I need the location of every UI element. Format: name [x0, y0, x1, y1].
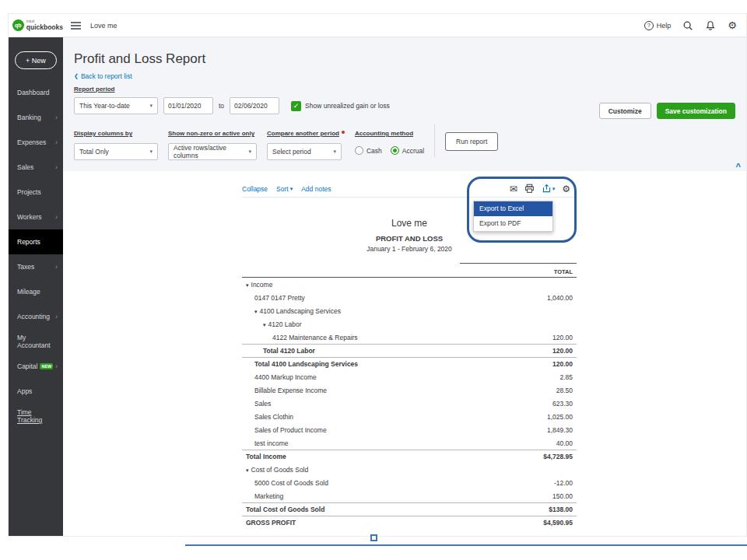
sidebar-item-accounting[interactable]: Accounting› — [9, 304, 63, 329]
topbar-actions: ? Help ⚙ — [644, 20, 746, 31]
accounting-method-group: Accounting method Cash Accrual — [355, 124, 424, 155]
hamburger-menu-icon[interactable] — [71, 22, 81, 30]
table-row[interactable]: Billable Expense Income28.50 — [242, 383, 577, 397]
export-button[interactable]: ▾ — [542, 184, 556, 194]
display-columns-value: Total Only — [79, 148, 109, 156]
display-columns-select[interactable]: Total Only ▾ — [74, 143, 158, 160]
sidebar-item-label: Dashboard — [17, 89, 50, 96]
run-report-button[interactable]: Run report — [445, 132, 498, 151]
help-button[interactable]: ? Help — [644, 21, 672, 30]
table-row[interactable]: 4400 Markup Income2.85 — [242, 370, 577, 383]
row-value: 150.00 — [552, 492, 577, 500]
row-value: 1,040.00 — [547, 294, 577, 302]
table-row[interactable]: ▾Income — [242, 278, 577, 291]
email-icon[interactable]: ✉ — [510, 184, 517, 194]
report-period-select[interactable]: This Year-to-date ▾ — [74, 97, 158, 114]
table-row[interactable]: 0147 0147 Pretty1,040.00 — [242, 291, 577, 304]
chevron-right-icon: › — [55, 263, 58, 271]
accrual-label: Accrual — [402, 147, 424, 155]
row-label: ▾4100 Landscaping Services — [242, 307, 341, 315]
sidebar-item-expenses[interactable]: Expenses› — [9, 130, 63, 155]
table-row[interactable]: 4122 Maintenance & Repairs120.00 — [242, 331, 577, 344]
sort-label: Sort — [276, 185, 289, 193]
sidebar-item-banking[interactable]: Banking› — [9, 105, 63, 130]
nonzero-select[interactable]: Active rows/active columns ▾ — [168, 143, 257, 160]
collapse-panel-icon[interactable]: ^ — [736, 162, 741, 171]
sidebar-item-my-accountant[interactable]: My Accountant — [9, 329, 63, 354]
collapse-link[interactable]: Collapse — [242, 185, 268, 193]
sidebar-item-mileage[interactable]: Mileage — [9, 279, 63, 304]
row-label: Sales of Product Income — [242, 426, 327, 434]
sidebar-item-taxes[interactable]: Taxes› — [9, 254, 63, 279]
settings-gear-icon[interactable]: ⚙ — [728, 20, 737, 30]
chevron-down-icon: ▾ — [149, 103, 153, 109]
row-value: 623.30 — [552, 400, 577, 408]
sidebar-item-sales[interactable]: Sales› — [9, 155, 63, 180]
radio-selected-icon[interactable] — [391, 146, 399, 155]
sidebar-item-capital[interactable]: CapitalNEW› — [9, 354, 63, 379]
new-button[interactable]: + New — [15, 51, 57, 69]
collapse-arrow-icon[interactable]: ▾ — [254, 309, 258, 315]
table-row[interactable]: ▾Cost of Goods Sold — [242, 463, 577, 476]
back-chevron-icon: ❮ — [74, 73, 79, 79]
date-from-input[interactable] — [163, 97, 213, 114]
customize-button[interactable]: Customize — [599, 103, 651, 119]
table-row[interactable]: GROSS PROFIT$4,590.95 — [242, 516, 577, 529]
back-to-report-list-link[interactable]: ❮ Back to report list — [74, 72, 132, 80]
table-row[interactable]: Total Cost of Goods Sold$138.00 — [242, 502, 577, 516]
table-row[interactable]: Sales Clothin1,025.00 — [242, 410, 577, 423]
report-period-label: Report period — [74, 86, 735, 93]
quickbooks-app-window: qb intuit quickbooks Love me ? Help ⚙ + … — [8, 13, 747, 537]
row-label: 4122 Maintenance & Repairs — [242, 334, 358, 341]
table-row[interactable]: Total Income$4,728.95 — [242, 450, 577, 463]
table-row[interactable]: Total 4100 Landscaping Services120.00 — [242, 357, 577, 370]
table-row[interactable]: Marketing150.00 — [242, 489, 577, 502]
menu-item-export-to-excel[interactable]: Export to Excel — [474, 201, 552, 216]
report-settings-gear-icon[interactable]: ⚙ — [562, 184, 570, 194]
sidebar-item-reports[interactable]: Reports — [9, 229, 63, 254]
sort-link[interactable]: Sort ▾ — [276, 185, 293, 193]
sidebar-item-projects[interactable]: Projects — [9, 180, 63, 205]
sidebar-item-time-tracking[interactable]: Time Tracking — [9, 404, 63, 429]
checkbox-checked-icon[interactable]: ✓ — [291, 101, 301, 111]
collapse-arrow-icon[interactable]: ▾ — [246, 282, 249, 289]
table-row[interactable]: Total 4120 Labor120.00 — [242, 344, 577, 357]
radio-unselected-icon[interactable] — [355, 146, 363, 155]
row-value: 1,849.30 — [547, 426, 577, 434]
sidebar-item-workers[interactable]: Workers› — [9, 205, 63, 229]
table-row[interactable]: test income40.00 — [242, 436, 577, 450]
compare-period-select[interactable]: Select period ▾ — [267, 143, 342, 160]
chevron-down-icon: ▾ — [290, 186, 293, 192]
table-header-topline — [460, 263, 577, 264]
sidebar-item-label: Banking — [17, 114, 41, 121]
export-dropdown-menu: Export to ExcelExport to PDF — [473, 201, 553, 232]
date-to-input[interactable] — [230, 97, 279, 114]
sidebar-item-dashboard[interactable]: Dashboard — [9, 80, 63, 105]
table-row[interactable]: Sales623.30 — [242, 397, 577, 410]
add-notes-link[interactable]: Add notes — [301, 185, 331, 193]
help-icon: ? — [644, 21, 654, 30]
cash-radio[interactable]: Cash — [355, 146, 382, 155]
slide-cursor-box — [370, 534, 377, 541]
table-row[interactable]: Sales of Product Income1,849.30 — [242, 423, 577, 436]
customize-actions: Customize Save customization — [599, 103, 735, 119]
search-icon[interactable] — [682, 20, 693, 31]
unrealized-gain-checkbox-wrap[interactable]: ✓ Show unrealized gain or loss — [291, 101, 390, 111]
print-icon[interactable] — [524, 184, 535, 194]
menu-item-export-to-pdf[interactable]: Export to PDF — [474, 216, 552, 231]
filter-row-2: Display columns by Total Only ▾ Show non… — [74, 124, 735, 160]
report-title: PROFIT AND LOSS — [242, 234, 577, 243]
report-toolbar-links: Collapse Sort ▾ Add notes — [242, 185, 331, 193]
notifications-bell-icon[interactable] — [705, 20, 716, 31]
collapse-arrow-icon[interactable]: ▾ — [263, 322, 266, 328]
collapse-arrow-icon[interactable]: ▾ — [246, 467, 249, 474]
save-customization-button[interactable]: Save customization — [657, 103, 735, 119]
table-row[interactable]: ▾4100 Landscaping Services — [242, 304, 577, 317]
table-row[interactable]: 5000 Cost of Goods Sold-12.00 — [242, 476, 577, 489]
table-row[interactable]: ▾4120 Labor — [242, 317, 577, 331]
sidebar-item-label: Workers — [17, 213, 42, 221]
sidebar-item-label: My Accountant — [17, 334, 58, 349]
sidebar-item-apps[interactable]: Apps — [9, 379, 63, 404]
accrual-radio[interactable]: Accrual — [391, 146, 424, 155]
quickbooks-logo: qb intuit quickbooks — [9, 19, 63, 31]
